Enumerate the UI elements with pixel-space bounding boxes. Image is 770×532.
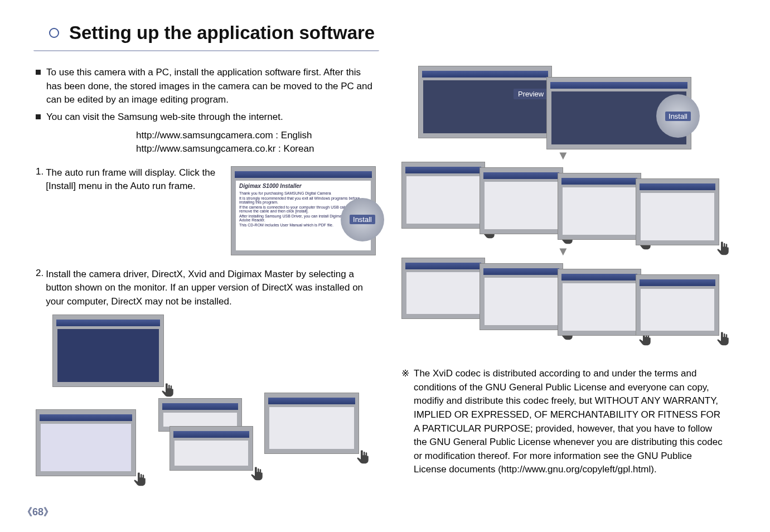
step-number: 2. xyxy=(36,268,43,279)
body-text: You can visit the Samsung web-site throu… xyxy=(46,110,283,124)
page-title: Setting up the application software xyxy=(69,22,375,43)
title-bullet-icon xyxy=(49,28,59,38)
url-korean: http://www.samsungcamera.co.kr : Korean xyxy=(136,142,376,156)
left-column: To use this camera with a PC, install th… xyxy=(36,66,376,482)
right-column: Preview Install ▼ ▼ xyxy=(401,66,725,477)
hand-cursor-icon xyxy=(715,331,732,347)
step-row: 1. The auto run frame will display. Clic… xyxy=(36,166,224,194)
installer-title: Digimax S1000 Installer xyxy=(239,183,367,189)
installer-screenshot: Digimax S1000 Installer Thank you for pu… xyxy=(231,166,376,255)
url-block: http://www.samsungcamera.com : English h… xyxy=(136,129,376,156)
hand-cursor-icon xyxy=(355,449,372,466)
screenshot-thumb xyxy=(52,315,164,387)
title-underline xyxy=(33,50,379,51)
body-text: To use this camera with a PC, install th… xyxy=(46,66,376,107)
screenshot-thumb xyxy=(480,167,563,234)
screenshot-thumb xyxy=(558,269,641,336)
install-bubble: Install xyxy=(656,94,700,138)
step-row: 2. Install the camera driver, DirectX, X… xyxy=(36,268,376,309)
screenshot-thumb xyxy=(264,393,359,454)
screenshot-thumb xyxy=(170,426,253,471)
step-text: Install the camera driver, DirectX, Xvid… xyxy=(46,268,376,309)
install-bubble: Install xyxy=(341,198,384,241)
square-bullet-icon xyxy=(36,70,41,75)
screenshot-thumb xyxy=(558,173,641,240)
install-label: Install xyxy=(665,112,691,121)
arrow-down-icon: ▼ xyxy=(557,148,569,163)
note-text: The XviD codec is distributed according … xyxy=(414,367,725,477)
bullet-item: To use this camera with a PC, install th… xyxy=(36,66,376,107)
square-bullet-icon xyxy=(36,114,41,119)
install-label: Install xyxy=(350,215,375,224)
preview-label: Preview xyxy=(514,89,548,99)
bullet-item: You can visit the Samsung web-site throu… xyxy=(36,110,376,124)
hand-cursor-icon xyxy=(249,466,266,482)
screenshot-thumb xyxy=(636,274,719,336)
hand-cursor-icon xyxy=(160,382,177,399)
hand-cursor-icon xyxy=(132,471,149,488)
url-english: http://www.samsungcamera.com : English xyxy=(136,129,376,143)
page-title-row: Setting up the application software xyxy=(33,22,737,43)
arrow-down-icon: ▼ xyxy=(557,244,569,259)
note-row: ※ The XviD codec is distributed accordin… xyxy=(401,367,725,477)
hand-cursor-icon xyxy=(715,240,732,257)
installer-bullet: Thank you for purchasing SAMSUNG Digital… xyxy=(239,191,367,195)
screenshot-thumb xyxy=(401,258,485,319)
step-text: The auto run frame will display. Click t… xyxy=(46,166,224,194)
screenshot-thumb xyxy=(480,263,563,330)
flow-arrow: ▼ xyxy=(401,244,725,259)
flow-arrow: ▼ xyxy=(401,148,725,163)
installer-screenshot: Install xyxy=(546,77,691,149)
screenshot-thumb xyxy=(36,409,136,476)
installer-screenshot: Preview xyxy=(418,66,552,138)
page-number: 《68》 xyxy=(22,505,54,519)
step-number: 1. xyxy=(36,166,43,177)
screenshot-thumb xyxy=(401,162,485,229)
screenshot-thumb xyxy=(636,178,719,245)
note-marker: ※ xyxy=(401,367,409,379)
